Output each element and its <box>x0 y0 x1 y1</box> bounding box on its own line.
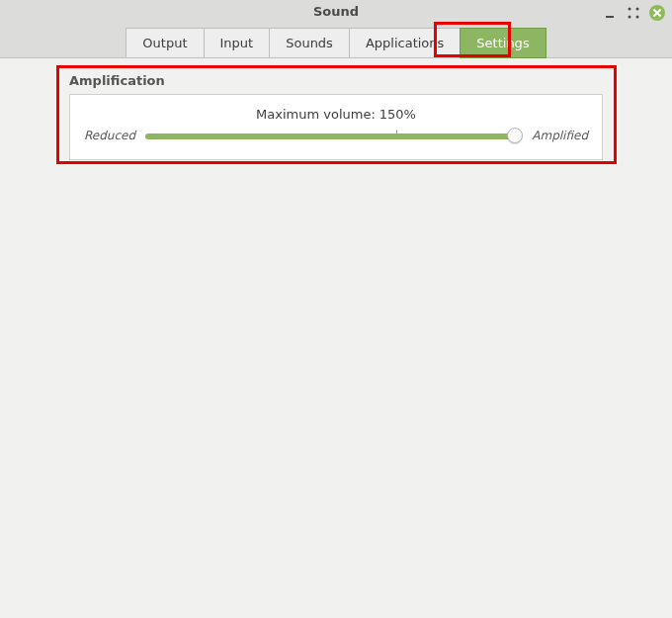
tab-sounds[interactable]: Sounds <box>269 28 349 58</box>
titlebar: Sound <box>0 0 672 22</box>
svg-point-4 <box>636 16 639 19</box>
amplification-section-title: Amplification <box>69 73 603 88</box>
svg-rect-0 <box>606 16 614 18</box>
slider-fill <box>145 133 515 139</box>
window-header: Sound Output Input Sounds Applications S… <box>0 0 672 58</box>
tab-applications[interactable]: Applications <box>349 28 460 58</box>
slider-reduced-label: Reduced <box>84 129 135 142</box>
max-volume-row: Maximum volume: 150% <box>84 107 588 122</box>
max-volume-value: 150% <box>379 107 416 122</box>
close-button[interactable] <box>648 4 666 22</box>
slider-thumb[interactable] <box>507 128 523 143</box>
tab-input[interactable]: Input <box>204 28 270 58</box>
svg-point-1 <box>629 8 631 11</box>
tab-bar: Output Input Sounds Applications Setting… <box>0 28 672 58</box>
svg-point-2 <box>636 8 639 11</box>
maximize-icon <box>627 6 640 20</box>
window-title: Sound <box>313 4 359 19</box>
minimize-icon <box>603 6 617 20</box>
volume-slider[interactable] <box>145 128 522 143</box>
tab-output[interactable]: Output <box>126 28 203 58</box>
slider-amplified-label: Amplified <box>532 129 588 142</box>
close-icon <box>649 5 665 21</box>
tab-settings[interactable]: Settings <box>460 28 546 58</box>
volume-slider-row: Reduced Amplified <box>84 128 588 143</box>
amplification-card: Maximum volume: 150% Reduced Amplified <box>69 94 603 160</box>
maximize-button[interactable] <box>625 4 642 22</box>
content-area: Amplification Maximum volume: 150% Reduc… <box>0 58 672 160</box>
window-controls <box>601 4 666 22</box>
minimize-button[interactable] <box>601 4 619 22</box>
svg-point-3 <box>629 16 631 19</box>
max-volume-label: Maximum volume: <box>256 107 376 122</box>
